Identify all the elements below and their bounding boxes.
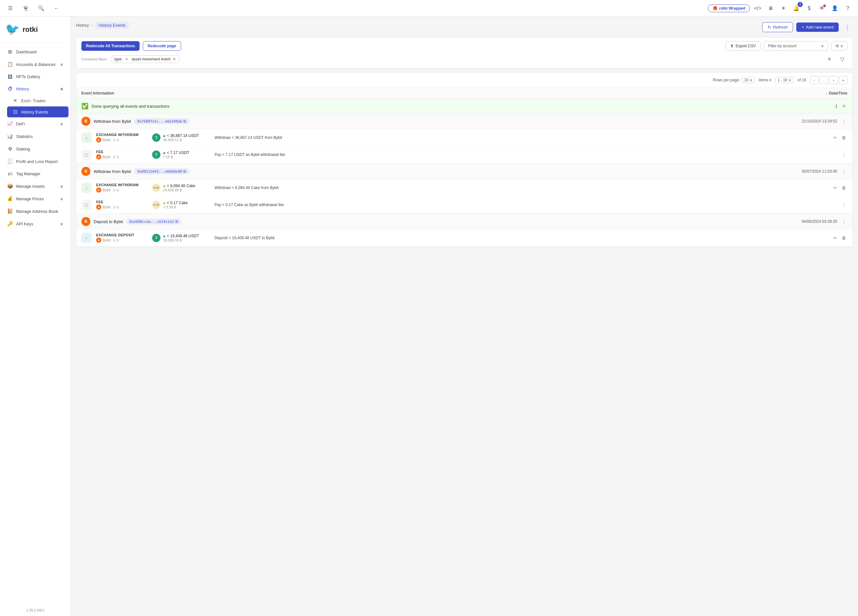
sidebar-item-exch-trades[interactable]: ✕ Exch. Trades (7, 95, 68, 106)
sidebar-item-statistics[interactable]: 📊 Statistics (2, 130, 68, 143)
edit-button-0-0[interactable]: ✏ (832, 134, 838, 141)
copy-icon-2[interactable]: ⧉ (175, 219, 178, 224)
notification-icon[interactable]: 🔔 2 (791, 3, 801, 14)
rows-per-page-select[interactable]: 10 ∨ (742, 77, 755, 83)
source-text-0-1: Bybit (103, 155, 110, 159)
last-page-button[interactable]: » (839, 76, 847, 84)
filter-chip-remove[interactable]: ✕ (173, 57, 176, 62)
tx-more-button-0[interactable]: ⋮ (840, 117, 847, 125)
dollar-icon[interactable]: $ (804, 3, 814, 14)
manage-assets-icon: 📦 (7, 183, 13, 189)
edit-button-2-0[interactable]: ✏ (832, 234, 838, 242)
source-text-2-0: Bybit (103, 238, 110, 242)
recode-page-button[interactable]: Redecode page (143, 41, 181, 51)
asset-block-0-1: T ◆ < 7.17 USDT 7.15 $ (152, 151, 210, 159)
eye-icon[interactable]: 👁 (817, 3, 827, 14)
more-options-button[interactable]: ⋮ (842, 23, 853, 32)
search-icon[interactable]: 🔍 (36, 3, 46, 14)
sidebar-logo: 🐦 rotki (0, 17, 70, 43)
prev-page-button[interactable]: ‹ (820, 76, 828, 84)
close-banner-button[interactable]: ✕ (841, 102, 847, 110)
theme-icon[interactable]: ☀ (778, 3, 788, 14)
col-event-info: Event Information (81, 91, 114, 96)
tx-more-button-2[interactable]: ⋮ (840, 218, 847, 225)
check-circle-icon: ✅ (81, 102, 89, 110)
chevron-down-icon: ∨ (60, 62, 63, 67)
api-keys-icon: 🔑 (7, 221, 13, 227)
tx-hash-badge-1[interactable]: 0x08211643...e6b69e90 ⧉ (134, 169, 190, 174)
event-icon-2-0: ↑ (81, 233, 92, 243)
back-icon[interactable]: ← (51, 3, 62, 14)
export-csv-button[interactable]: ⬆ Export CSV (726, 41, 760, 51)
help-icon[interactable]: ? (842, 3, 853, 14)
chevron-down-icon-rows: ∨ (750, 78, 752, 82)
dashboard-icon: ⊞ (7, 49, 13, 55)
first-page-button[interactable]: « (810, 76, 818, 84)
event-actions-2-0: ✏ 🗑 (832, 234, 847, 242)
filter-settings-button[interactable]: ⚙ ∨ (831, 41, 847, 51)
refresh-button[interactable]: ↻ Refresh (762, 22, 793, 32)
sidebar-item-staking[interactable]: ⚙ Staking (2, 143, 68, 155)
col-datetime[interactable]: ↓ Date/Time (826, 91, 847, 96)
edit-button-1-0[interactable]: ✏ (832, 184, 838, 192)
sidebar-item-address-book[interactable]: 📔 Manage Address Book (2, 205, 68, 217)
event-icon-0-1: ◻ (81, 149, 92, 160)
sidebar-item-manage-assets[interactable]: 📦 Manage Assets ∨ (2, 180, 68, 192)
next-page-button[interactable]: › (829, 76, 838, 84)
items-range-select[interactable]: 1 - 10 ∨ (776, 77, 794, 83)
more-button-0-1[interactable]: ⋮ (840, 151, 847, 158)
copy-source-1-1[interactable]: ⧉ (117, 205, 119, 209)
sidebar-item-api-keys[interactable]: 🔑 API Keys ∨ (2, 218, 68, 230)
delete-button-2-0[interactable]: 🗑 (840, 234, 847, 242)
asset-usd-0-1: 7.15 $ (163, 155, 190, 159)
copy-source-0-1[interactable]: ⧉ (117, 155, 119, 159)
bybit-badge-0-1: B (96, 154, 101, 160)
sidebar-item-accounts[interactable]: 📋 Accounts & Balances ∨ (2, 58, 68, 70)
event-desc-0-1: Pay < 7.17 USDT as Bybit withdrawal fee (214, 152, 836, 157)
breadcrumb-parent[interactable]: History (76, 23, 89, 28)
sidebar-item-defi[interactable]: 📈 DeFi ∨ (2, 118, 68, 130)
sidebar-item-manage-prices[interactable]: 💰 Manage Prices ∨ (2, 192, 68, 205)
copy-icon-1[interactable]: ⧉ (183, 169, 186, 174)
tx-hash-badge-0[interactable]: 0x76087e1c...e6e260a6 ⧉ (134, 118, 190, 124)
copy-icon-0[interactable]: ⧉ (183, 119, 186, 123)
ghost-icon[interactable]: 👻 (20, 3, 31, 14)
sidebar-item-history[interactable]: ⏱ History ∧ (2, 83, 68, 95)
sidebar-item-history-events[interactable]: ⊡ History Events (7, 106, 68, 117)
event-actions-0-1: ⋮ (840, 151, 847, 158)
copy-source-1-0[interactable]: ⧉ (117, 188, 119, 192)
tx-more-button-1[interactable]: ⋮ (840, 168, 847, 175)
asset-usd-2-0: 19,309.16 $ (163, 238, 199, 242)
sidebar-item-nfts[interactable]: 🖼 NFTs Gallery (2, 71, 68, 83)
filter-columns-icon[interactable]: ≡ (824, 54, 835, 64)
filter-account-dropdown[interactable]: Filter by account ∨ (764, 41, 828, 51)
event-desc-1-0: Withdraw < 6,094.46 Cake from Bybit (214, 186, 827, 190)
code-icon[interactable]: </> (752, 3, 763, 14)
more-button-1-1[interactable]: ⋮ (840, 201, 847, 209)
filter-chip-type: type = asset movement event ✕ (110, 55, 179, 63)
history-sub-nav: ✕ Exch. Trades ⊡ History Events (0, 95, 70, 117)
main-content: History › History Events ↻ Refresh + Add… (71, 17, 858, 616)
sidebar-item-dashboard[interactable]: ⊞ Dashboard (2, 46, 68, 58)
sidebar-item-pnl[interactable]: 🧾 Profit and Loss Report (2, 155, 68, 168)
sidebar-item-tag-manager[interactable]: 🏷 Tag Manager (2, 168, 68, 180)
delete-button-0-0[interactable]: 🗑 (840, 134, 847, 141)
recode-all-button[interactable]: Redecode All Transactions (81, 41, 140, 51)
copy-source-2-0[interactable]: ⧉ (117, 238, 119, 242)
combined-filters-label: Combined filters (81, 57, 107, 61)
display-icon[interactable]: 🖥 (765, 3, 776, 14)
menu-icon[interactable]: ☰ (5, 3, 16, 14)
user-icon[interactable]: 👤 (830, 3, 840, 14)
filter-funnel-icon[interactable]: ▽ (837, 54, 847, 64)
info-button[interactable]: ℹ (834, 102, 838, 110)
tx-header-0: B Withdraw from Bybit 0x76087e1c...e6e26… (76, 113, 853, 129)
chevron-down-icon-defi: ∨ (60, 121, 63, 126)
delete-button-1-0[interactable]: 🗑 (840, 184, 847, 192)
copy-source-0-0[interactable]: ⧉ (117, 138, 119, 142)
rotki-wrapped-button[interactable]: 🎁 rotki Wrapped (708, 5, 750, 12)
add-event-button[interactable]: + Add new event (796, 23, 839, 32)
settings-sliders-icon: ⚙ (835, 44, 839, 48)
table-pagination-top: Rows per page: 10 ∨ Items # 1 - 10 ∨ of … (76, 73, 853, 88)
source-num-2-0: 1 (113, 238, 115, 242)
tx-hash-badge-2[interactable]: 0xe608ccda...c614c2a1 ⧉ (126, 219, 181, 224)
